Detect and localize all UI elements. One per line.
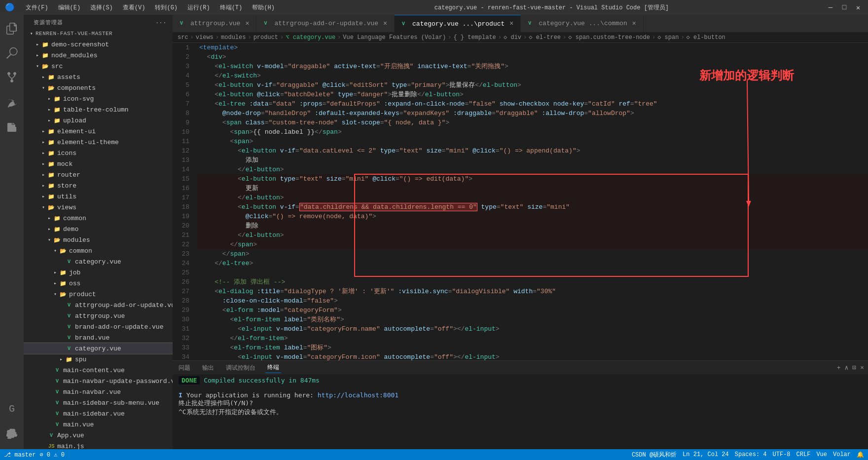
maximize-button[interactable]: □ xyxy=(839,2,849,12)
file-main-sidebar[interactable]: V main-sidebar.vue xyxy=(24,408,173,419)
breadcrumb-span-custom[interactable]: ◇ span.custom-tree-node xyxy=(568,34,650,41)
menu-terminal[interactable]: 终端(T) xyxy=(217,2,246,13)
minimize-button[interactable]: — xyxy=(826,2,835,12)
activity-search[interactable] xyxy=(0,41,24,65)
file-main[interactable]: V main.vue xyxy=(24,419,173,430)
line-code: @click="() => remove(node, data)"> xyxy=(197,212,868,221)
terminal-add-icon[interactable]: + xyxy=(837,364,841,372)
breadcrumb-product[interactable]: product xyxy=(253,34,278,41)
breadcrumb-span[interactable]: ◇ span xyxy=(657,34,679,41)
breadcrumb-el-tree[interactable]: ◇ el-tree xyxy=(529,34,561,41)
folder-spu[interactable]: 📁 spu xyxy=(24,354,173,365)
terminal-tab-terminal[interactable]: 终端 xyxy=(265,362,281,373)
activity-source-control[interactable] xyxy=(0,66,24,90)
file-brand[interactable]: V brand.vue xyxy=(24,332,173,343)
close-button[interactable]: ✕ xyxy=(853,2,863,12)
activity-extensions[interactable] xyxy=(0,115,24,139)
folder-router[interactable]: 📁 router xyxy=(24,169,173,180)
breadcrumb-div[interactable]: ◇ div xyxy=(504,34,521,41)
menu-edit[interactable]: 编辑(E) xyxy=(55,2,84,13)
folder-src[interactable]: 📂 src xyxy=(24,61,173,72)
breadcrumb-el-button[interactable]: ◇ el-button xyxy=(687,34,725,41)
status-bell-icon: 🔔 xyxy=(857,451,864,459)
file-main-navbar-update-password[interactable]: V main-navbar-update-password.vue xyxy=(24,376,173,386)
folder-utils[interactable]: 📁 utils xyxy=(24,191,173,202)
file-main-navbar[interactable]: V main-navbar.vue xyxy=(24,386,173,397)
folder-icon: 📁 xyxy=(59,279,67,287)
folder-node-modules[interactable]: 📁 node_modules xyxy=(24,50,173,61)
menu-bar[interactable]: 文件(F) 编辑(E) 选择(S) 查看(V) 转到(G) 运行(R) 终端(T… xyxy=(23,2,278,13)
tab-category-product[interactable]: V category.vue ...\product × xyxy=(395,15,521,32)
folder-store[interactable]: 📁 store xyxy=(24,180,173,191)
folder-demo[interactable]: 📁 demo xyxy=(24,224,173,234)
folder-common[interactable]: 📁 common xyxy=(24,213,173,224)
terminal-tabs-bar[interactable]: 问题 输出 调试控制台 终端 + ∧ ⊡ × xyxy=(173,361,868,375)
file-brand-add-or-update[interactable]: V brand-add-or-update.vue xyxy=(24,321,173,332)
folder-demo-screenshot[interactable]: 📁 demo-screenshot xyxy=(24,39,173,50)
folder-icon: 📂 xyxy=(47,203,55,211)
folder-icons[interactable]: 📁 icons xyxy=(24,148,173,158)
folder-assets[interactable]: 📁 assets xyxy=(24,72,173,82)
folder-icon-svg[interactable]: 📁 icon-svg xyxy=(24,93,173,104)
folder-element-ui[interactable]: 📁 element-ui xyxy=(24,126,173,137)
folder-mock[interactable]: 📁 mock xyxy=(24,158,173,169)
terminal-controls[interactable]: + ∧ ⊡ × xyxy=(837,364,864,372)
folder-element-ui-theme[interactable]: 📁 element-ui-theme xyxy=(24,137,173,148)
tabs-bar[interactable]: V attrgroup.vue × V attrgroup-add-or-upd… xyxy=(173,15,868,32)
breadcrumb-src[interactable]: src xyxy=(178,34,188,41)
file-main-js[interactable]: JS main.js xyxy=(24,441,173,449)
activity-account[interactable]: G xyxy=(0,397,24,421)
folder-job[interactable]: 📁 job xyxy=(24,267,173,278)
menu-file[interactable]: 文件(F) xyxy=(23,2,51,13)
file-category-product-selected[interactable]: V category.vue xyxy=(24,343,173,354)
terminal-tab-problems[interactable]: 问题 xyxy=(177,363,192,373)
file-attrgroup[interactable]: V attrgroup.vue xyxy=(24,310,173,321)
terminal-chevron-icon[interactable]: ∧ xyxy=(845,364,849,372)
menu-help[interactable]: 帮助(H) xyxy=(249,2,278,13)
sidebar-more-icon[interactable]: ··· xyxy=(155,20,167,26)
folder-views[interactable]: 📂 views xyxy=(24,202,173,213)
activity-settings[interactable] xyxy=(0,422,24,445)
folder-icon: 📁 xyxy=(53,116,61,124)
folder-product[interactable]: 📂 product xyxy=(24,289,173,300)
tab-attrgroup[interactable]: V attrgroup.vue × xyxy=(173,15,256,32)
menu-view[interactable]: 查看(V) xyxy=(120,2,148,13)
tree-root[interactable]: RENREN-FAST-VUE-MASTER xyxy=(24,28,173,39)
menu-run[interactable]: 运行(R) xyxy=(184,2,213,13)
activity-run[interactable] xyxy=(0,91,24,115)
file-attrgroup-add-or-update[interactable]: V attrgroup-add-or-update.vue xyxy=(24,300,173,310)
tab-category-common[interactable]: V category.vue ...\common × xyxy=(521,15,643,32)
breadcrumb-template[interactable]: { } template xyxy=(453,34,496,41)
tab-attrgroup-update[interactable]: V attrgroup-add-or-update.vue × xyxy=(256,15,395,32)
folder-oss[interactable]: 📁 oss xyxy=(24,278,173,289)
terminal-tab-output[interactable]: 输出 xyxy=(200,363,216,373)
terminal-tab-debug[interactable]: 调试控制台 xyxy=(224,363,257,373)
tab-close-icon[interactable]: × xyxy=(381,20,389,28)
folder-label: oss xyxy=(69,280,80,287)
folder-upload[interactable]: 📁 upload xyxy=(24,115,173,126)
tab-close-icon[interactable]: × xyxy=(630,20,638,28)
terminal-close-icon[interactable]: × xyxy=(860,364,864,372)
window-controls[interactable]: — □ ✕ xyxy=(826,2,863,12)
code-editor[interactable]: 1<template>2 <div>3 <el-switch v-model="… xyxy=(173,43,868,360)
activity-explorer[interactable] xyxy=(0,17,24,40)
terminal-expand-icon[interactable]: ⊡ xyxy=(852,364,856,372)
folder-modules-common[interactable]: 📂 common xyxy=(24,245,173,256)
file-main-content[interactable]: V main-content.vue xyxy=(24,365,173,376)
tab-close-icon[interactable]: × xyxy=(243,20,251,28)
tab-close-icon[interactable]: × xyxy=(507,20,515,28)
breadcrumb-volar[interactable]: Vue Language Features (Volar) xyxy=(343,34,446,41)
sidebar-file-tree[interactable]: RENREN-FAST-VUE-MASTER 📁 demo-screenshot… xyxy=(24,28,173,449)
folder-components[interactable]: 📂 components xyxy=(24,82,173,93)
file-main-sidebar-sub-menu[interactable]: V main-sidebar-sub-menu.vue xyxy=(24,397,173,408)
folder-table-tree-column[interactable]: 📁 table-tree-column xyxy=(24,104,173,115)
folder-label: icons xyxy=(57,150,76,157)
breadcrumb-views[interactable]: views xyxy=(196,34,214,41)
menu-select[interactable]: 选择(S) xyxy=(87,2,116,13)
breadcrumb-modules[interactable]: modules xyxy=(221,34,246,41)
file-app-vue[interactable]: V App.vue xyxy=(24,430,173,441)
breadcrumb-file[interactable]: ⌥ category.vue xyxy=(286,34,335,41)
menu-goto[interactable]: 转到(G) xyxy=(152,2,181,13)
folder-modules[interactable]: 📂 modules xyxy=(24,234,173,245)
file-category-common[interactable]: V category.vue xyxy=(24,256,173,267)
